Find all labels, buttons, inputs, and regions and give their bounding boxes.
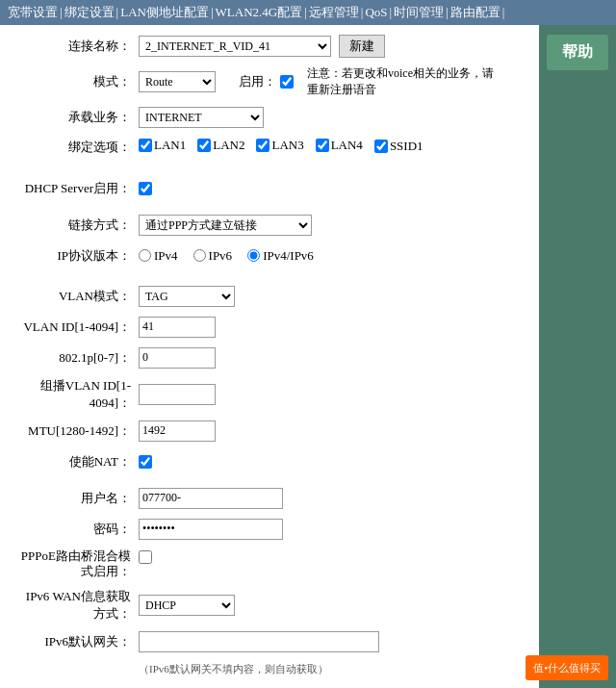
- vlan-mode-row: VLAN模式： TAG: [13, 285, 526, 308]
- ipv6-wan-row: IPv6 WAN信息获取方式： DHCP: [13, 588, 526, 623]
- vlan-mode-control: TAG: [139, 286, 526, 307]
- vlan-id-label: VLAN ID[1-4094]：: [13, 319, 139, 336]
- enable-group: 启用：: [239, 73, 294, 90]
- link-method-row: 链接方式： 通过PPP方式建立链接: [13, 214, 526, 237]
- nat-checkbox[interactable]: [139, 455, 152, 469]
- dot1p-control: [139, 347, 526, 369]
- mvlan-input[interactable]: [139, 384, 216, 405]
- ipv4-option: IPv4: [139, 248, 178, 264]
- bind-control: LAN1 LAN2 LAN3 LAN4: [139, 137, 526, 154]
- dhcp-label: DHCP Server启用：: [13, 180, 139, 197]
- ipv6-gw-hint: （IPv6默认网关不填内容，则自动获取）: [139, 662, 526, 676]
- ipv6-option: IPv6: [193, 248, 233, 264]
- mvlan-label: 组播VLAN ID[1-4094]：: [13, 377, 139, 412]
- nat-control: [139, 455, 526, 469]
- enable-label: 启用：: [239, 73, 276, 90]
- lan3-checkbox[interactable]: [256, 139, 270, 152]
- mode-control: Route 启用： 注意：若更改和voice相关的业务，请重新注册语音: [139, 65, 526, 98]
- help-button[interactable]: 帮助: [547, 35, 608, 70]
- password-input[interactable]: [139, 519, 283, 540]
- nav-item-route[interactable]: 路由配置: [450, 4, 500, 21]
- link-method-select[interactable]: 通过PPP方式建立链接: [139, 215, 312, 236]
- nav-item-wlan[interactable]: WLAN2.4G配置: [216, 4, 303, 21]
- ipv4v6-label: IPv4/IPv6: [263, 248, 314, 264]
- lan1-label: LAN1: [154, 138, 186, 153]
- lan1-checkbox[interactable]: [139, 139, 152, 152]
- mvlan-row: 组播VLAN ID[1-4094]：: [13, 377, 526, 412]
- service-select[interactable]: INTERNET: [139, 107, 264, 128]
- mtu-input[interactable]: [139, 420, 216, 442]
- content-area: 连接名称： 2_INTERNET_R_VID_41 新建 模式： Route 启…: [0, 25, 539, 688]
- password-control: [139, 519, 526, 540]
- username-input[interactable]: [139, 488, 283, 509]
- ip-proto-label: IP协议版本：: [13, 247, 139, 265]
- nav-item-remote[interactable]: 远程管理: [309, 4, 359, 21]
- dot1p-input[interactable]: [139, 347, 216, 369]
- mtu-row: MTU[1280-1492]：: [13, 420, 526, 443]
- nav-item-binding[interactable]: 绑定设置: [64, 4, 115, 21]
- ssid1-label: SSID1: [390, 139, 424, 154]
- ipv6-gw-label: IPv6默认网关：: [13, 633, 139, 650]
- vlan-mode-select[interactable]: TAG: [139, 286, 235, 307]
- lan3-item: LAN3: [256, 138, 303, 153]
- note-text: 注意：若更改和voice相关的业务，请重新注册语音: [307, 65, 500, 98]
- conn-name-select[interactable]: 2_INTERNET_R_VID_41: [139, 36, 331, 57]
- nav-item-broadband[interactable]: 宽带设置: [8, 4, 58, 21]
- lan2-item: LAN2: [197, 138, 244, 153]
- logo-text: 值•什么值得买: [533, 662, 601, 674]
- lan2-checkbox[interactable]: [197, 139, 211, 152]
- ip-proto-row: IP协议版本： IPv4 IPv6 IPv4/IPv6: [13, 244, 526, 268]
- pppoe-bridge-checkbox[interactable]: [139, 550, 152, 564]
- link-method-control: 通过PPP方式建立链接: [139, 215, 526, 236]
- conn-name-row: 连接名称： 2_INTERNET_R_VID_41 新建: [13, 35, 526, 58]
- mode-label: 模式：: [13, 73, 139, 90]
- top-navigation: 宽带设置 | 绑定设置 | LAN侧地址配置 | WLAN2.4G配置 | 远程…: [0, 0, 616, 25]
- mtu-control: [139, 420, 526, 442]
- pppoe-bridge-control: [139, 548, 526, 564]
- ipv4-radio[interactable]: [139, 249, 151, 262]
- conn-name-control: 2_INTERNET_R_VID_41 新建: [139, 35, 526, 58]
- pppoe-bridge-row: PPPoE路由桥混合模式启用：: [13, 548, 526, 581]
- nav-item-qos[interactable]: QoS: [365, 5, 387, 20]
- ip-radio-group: IPv4 IPv6 IPv4/IPv6: [139, 248, 314, 264]
- password-row: 密码：: [13, 518, 526, 541]
- ipv4v6-option: IPv4/IPv6: [247, 248, 314, 264]
- username-control: [139, 488, 526, 509]
- mtu-label: MTU[1280-1492]：: [13, 422, 139, 440]
- nat-row: 使能NAT：: [13, 450, 526, 473]
- ipv6-gw-input[interactable]: [139, 631, 379, 652]
- mode-row: 模式： Route 启用： 注意：若更改和voice相关的业务，请重新注册语音: [13, 65, 526, 98]
- bind-row: 绑定选项： LAN1 LAN2 LAN3: [13, 137, 526, 160]
- nat-label: 使能NAT：: [13, 453, 139, 471]
- mvlan-control: [139, 384, 526, 405]
- ipv6-wan-select[interactable]: DHCP: [139, 595, 235, 616]
- new-button[interactable]: 新建: [339, 35, 385, 58]
- ipv6-gw-row: IPv6默认网关：: [13, 630, 526, 653]
- link-method-label: 链接方式：: [13, 217, 139, 234]
- vlan-id-input[interactable]: [139, 317, 216, 338]
- ipv4v6-radio[interactable]: [247, 249, 260, 262]
- conn-name-label: 连接名称：: [13, 38, 139, 55]
- vlan-id-row: VLAN ID[1-4094]：: [13, 316, 526, 339]
- bind-checkboxes: LAN1 LAN2 LAN3 LAN4: [139, 137, 424, 154]
- enable-checkbox[interactable]: [280, 75, 294, 89]
- ipv6-gw-hint-text: （IPv6默认网关不填内容，则自动获取）: [139, 662, 328, 676]
- vlan-mode-label: VLAN模式：: [13, 288, 139, 305]
- pppoe-bridge-label: PPPoE路由桥混合模式启用：: [13, 548, 139, 581]
- service-control: INTERNET: [139, 107, 526, 128]
- ipv6-label: IPv6: [209, 248, 233, 264]
- username-row: 用户名：: [13, 487, 526, 510]
- nav-item-time[interactable]: 时间管理: [394, 4, 444, 21]
- lan4-checkbox[interactable]: [316, 139, 329, 152]
- mode-select[interactable]: Route: [139, 71, 216, 92]
- service-row: 承载业务： INTERNET: [13, 106, 526, 129]
- ipv6-wan-control: DHCP: [139, 595, 526, 616]
- ipv6-radio[interactable]: [193, 249, 206, 262]
- ssid1-checkbox[interactable]: [374, 140, 388, 153]
- dhcp-checkbox[interactable]: [139, 182, 152, 195]
- dot1p-label: 802.1p[0-7]：: [13, 349, 139, 367]
- lan4-item: LAN4: [316, 138, 363, 153]
- lan1-item: LAN1: [139, 138, 186, 153]
- password-label: 密码：: [13, 521, 139, 538]
- nav-item-lan[interactable]: LAN侧地址配置: [120, 4, 209, 21]
